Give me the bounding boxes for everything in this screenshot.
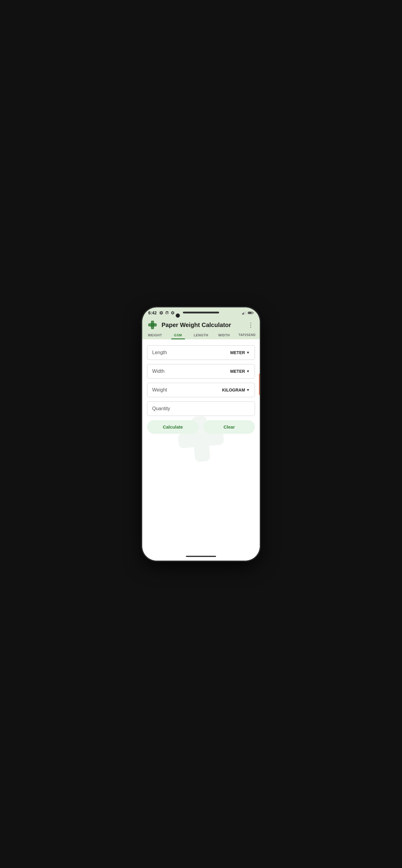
bottom-bar <box>142 552 260 561</box>
weight-label: Weight <box>152 387 167 393</box>
weight-dropdown-arrow-icon: ▼ <box>246 388 250 392</box>
svg-rect-5 <box>248 312 252 314</box>
status-right <box>242 311 254 315</box>
width-dropdown-arrow-icon: ▼ <box>246 369 250 373</box>
weight-input-group[interactable]: Weight KILOGRAM ▼ <box>147 383 255 397</box>
status-bar: 6:42 <box>142 307 260 317</box>
battery-icon <box>248 311 254 315</box>
svg-rect-3 <box>245 311 246 315</box>
status-left: 6:42 <box>148 310 175 315</box>
quantity-label: Quantity <box>152 406 170 411</box>
quantity-input-group[interactable]: Quantity <box>147 401 255 416</box>
side-button <box>259 374 260 395</box>
tab-weight[interactable]: WEIGHT <box>144 330 166 339</box>
app-title: Paper Weight Calculator <box>161 321 243 329</box>
width-label: Width <box>152 369 164 374</box>
svg-rect-2 <box>244 312 245 315</box>
length-dropdown-arrow-icon: ▼ <box>246 350 250 355</box>
svg-rect-0 <box>242 313 243 315</box>
phone-frame: 6:42 <box>142 307 260 561</box>
width-input-group[interactable]: Width METER ▼ <box>147 364 255 378</box>
tab-gsm[interactable]: GSM <box>166 330 189 339</box>
tab-width[interactable]: WIDTH <box>212 330 235 339</box>
camera <box>176 313 180 318</box>
length-unit-selector[interactable]: METER ▼ <box>230 350 250 355</box>
watermark <box>168 406 234 473</box>
svg-rect-8 <box>149 324 157 327</box>
weight-unit-selector[interactable]: KILOGRAM ▼ <box>222 388 250 393</box>
action-buttons: Calculate Clear <box>147 420 255 434</box>
signal-icon <box>242 311 247 315</box>
width-unit-value: METER <box>230 369 245 374</box>
tab-tap2send[interactable]: TAP2SEND <box>236 330 258 339</box>
sim-icon <box>165 311 169 315</box>
svg-rect-6 <box>253 312 253 313</box>
svg-rect-1 <box>243 313 244 315</box>
weight-unit-value: KILOGRAM <box>222 388 245 393</box>
more-options-icon[interactable]: ⋮ <box>247 320 255 330</box>
calculate-button[interactable]: Calculate <box>147 420 198 434</box>
content-area: Length METER ▼ Width METER ▼ Weight KILO… <box>142 339 260 552</box>
gear-icon <box>171 311 175 315</box>
tab-bar: WEIGHT GSM LENGTH WIDTH TAP2SEND <box>142 330 260 339</box>
status-time: 6:42 <box>148 310 157 315</box>
length-label: Length <box>152 350 167 355</box>
home-indicator <box>186 556 216 557</box>
screen: 6:42 <box>142 307 260 561</box>
tab-length[interactable]: LENGTH <box>190 330 212 339</box>
settings-cog-icon <box>159 311 163 315</box>
width-unit-selector[interactable]: METER ▼ <box>230 369 250 374</box>
clear-button[interactable]: Clear <box>204 420 255 434</box>
length-unit-value: METER <box>230 350 245 355</box>
app-logo-icon <box>147 319 158 330</box>
length-input-group[interactable]: Length METER ▼ <box>147 345 255 360</box>
app-bar: Paper Weight Calculator ⋮ <box>142 317 260 330</box>
